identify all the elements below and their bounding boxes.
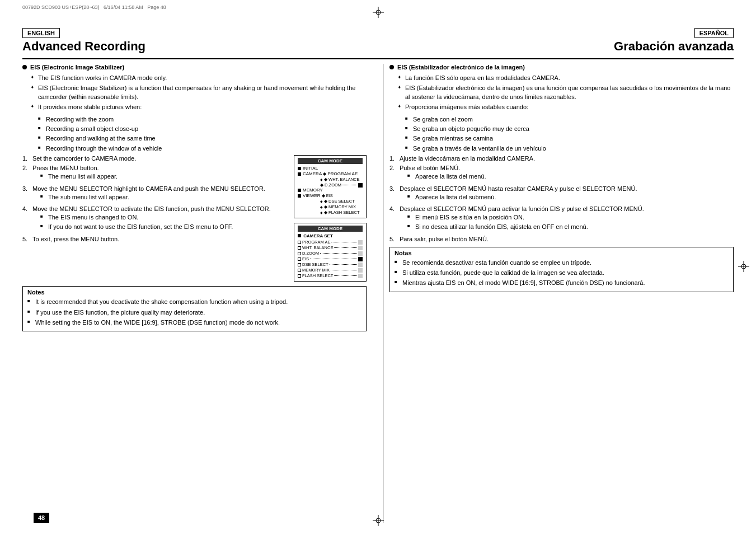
- english-notes-label: Notes: [27, 289, 361, 296]
- stable-1: Recording with the zoom: [38, 115, 367, 124]
- page-number: 48: [34, 513, 49, 523]
- eis-bullet-3: It provides more stable pictures when:: [30, 103, 367, 111]
- eis-bullet-2: EIS (Electronic Image Stabilizer) is a f…: [30, 84, 367, 101]
- spanish-title: Grabación avanzada: [614, 39, 734, 54]
- es-stable-2: Se graba un objeto pequeño muy de cerca: [405, 125, 734, 133]
- stable-3: Recording and walking at the same time: [38, 134, 367, 143]
- eis-bullet-1: The EIS function works in CAMERA mode on…: [30, 74, 367, 82]
- es-step4-sub1: El menú EIS se sitúa en la posición ON.: [407, 213, 644, 222]
- es-step3-sub1: Aparece la lista del submenú.: [407, 193, 637, 202]
- es-note-2: Si utiliza esta función, puede que la ca…: [395, 269, 729, 277]
- eis-bullet-circle: [22, 65, 27, 69]
- es-eis-bullet-2: EIS (Estabilizador electrónico de la ima…: [397, 84, 734, 101]
- spanish-lang-badge: ESPAÑOL: [694, 28, 734, 38]
- es-step2-sub1: Aparece la lista del menú.: [407, 172, 486, 181]
- en-note-3: While setting the EIS to ON, the WIDE [1…: [27, 318, 361, 327]
- step4-sub1: The EIS menu is changed to ON.: [40, 213, 271, 222]
- en-note-2: If you use the EIS function, the picture…: [27, 308, 361, 317]
- es-step4-sub2: Si no desea utilizar la función EIS, ajú…: [407, 223, 644, 231]
- step-5: 5. To exit, press the MENU button.: [22, 236, 288, 242]
- spanish-notes-list: Se recomienda desactivar esta función cu…: [395, 259, 729, 288]
- english-title: Advanced Recording: [22, 39, 145, 54]
- spanish-eis-bullet: [389, 65, 394, 69]
- doc-id: 00792D SCD903 US+ESP(28~63) 6/16/04 11:5…: [22, 4, 166, 10]
- english-eis-bullets: The EIS function works in CAMERA mode on…: [22, 74, 367, 112]
- english-stable-list: Recording with the zoom Recording a smal…: [22, 115, 367, 153]
- spanish-column: EIS (Estabilizador electrónico de la ima…: [383, 64, 734, 523]
- menu-diagrams: CAM MODE INITIAL CAMERA ◆ PROGRAM AE: [294, 155, 367, 282]
- es-step-2: 2. Pulse el botón MENÚ. Aparece la lista…: [389, 165, 734, 183]
- es-step-5: 5. Para salir, pulse el botón MENÚ.: [389, 236, 734, 242]
- english-notes-box: Notes It is recommended that you deactiv…: [22, 286, 367, 331]
- es-eis-bullet-1: La función EIS sólo opera en las modalid…: [397, 74, 734, 82]
- crosshair-right: [738, 261, 749, 273]
- step-2: 2. Press the MENU button. The menu list …: [22, 165, 288, 183]
- spanish-eis-heading: EIS (Estabilizador electrónico de la ima…: [389, 64, 734, 71]
- es-step-4: 4. Desplace el SELECTOR MENÚ para activa…: [389, 205, 734, 234]
- es-eis-bullet-3: Proporciona imágenes más estables cuando…: [397, 103, 734, 111]
- es-stable-3: Se graba mientras se camina: [405, 134, 734, 143]
- step2-sub1: The menu list will appear.: [40, 172, 118, 181]
- step4-sub2: If you do not want to use the EIS functi…: [40, 223, 271, 231]
- stable-2: Recording a small object close-up: [38, 125, 367, 133]
- step-3: 3. Move the MENU SELECTOR highlight to C…: [22, 185, 288, 204]
- es-note-3: Mientras ajusta EIS en ON, el modo WIDE …: [395, 279, 729, 287]
- es-stable-4: Se graba a través de la ventanilla de un…: [405, 144, 734, 153]
- english-eis-heading: EIS (Electronic Image Stabilizer): [22, 64, 367, 71]
- stable-4: Recording through the window of a vehicl…: [38, 144, 367, 153]
- english-notes-list: It is recommended that you deactivate th…: [27, 298, 361, 327]
- header-divider: [22, 58, 734, 59]
- english-lang-badge: ENGLISH: [22, 28, 60, 38]
- en-note-1: It is recommended that you deactivate th…: [27, 298, 361, 306]
- crosshair-top: [373, 7, 384, 19]
- spanish-stable-list: Se graba con el zoom Se graba un objeto …: [389, 115, 734, 153]
- spanish-notes-label: Notas: [395, 250, 729, 256]
- english-steps-section: 1. Set the camcorder to CAMERA mode. 2. …: [22, 155, 367, 282]
- crosshair-bottom: [373, 515, 384, 527]
- spanish-eis-bullets: La función EIS sólo opera en las modalid…: [389, 74, 734, 112]
- step-4: 4. Move the MENU SELECTOR to activate th…: [22, 205, 288, 234]
- menu-diagram-2: CAM MODE CAMERA SET PROGRAM AE: [294, 223, 367, 282]
- spanish-notes-box: Notas Se recomienda desactivar esta func…: [389, 247, 734, 292]
- step-1: 1. Set the camcorder to CAMERA mode.: [22, 155, 288, 162]
- es-note-1: Se recomienda desactivar esta función cu…: [395, 259, 729, 267]
- es-step-1: 1. Ajuste la videocámara en la modalidad…: [389, 155, 734, 162]
- step3-sub1: The sub menu list will appear.: [40, 193, 265, 202]
- english-column: EIS (Electronic Image Stabilizer) The EI…: [22, 64, 372, 523]
- menu-diagram-1: CAM MODE INITIAL CAMERA ◆ PROGRAM AE: [294, 155, 367, 218]
- es-stable-1: Se graba con el zoom: [405, 115, 734, 124]
- es-step-3: 3. Desplace el SELECTOR MENÚ hasta resal…: [389, 185, 734, 204]
